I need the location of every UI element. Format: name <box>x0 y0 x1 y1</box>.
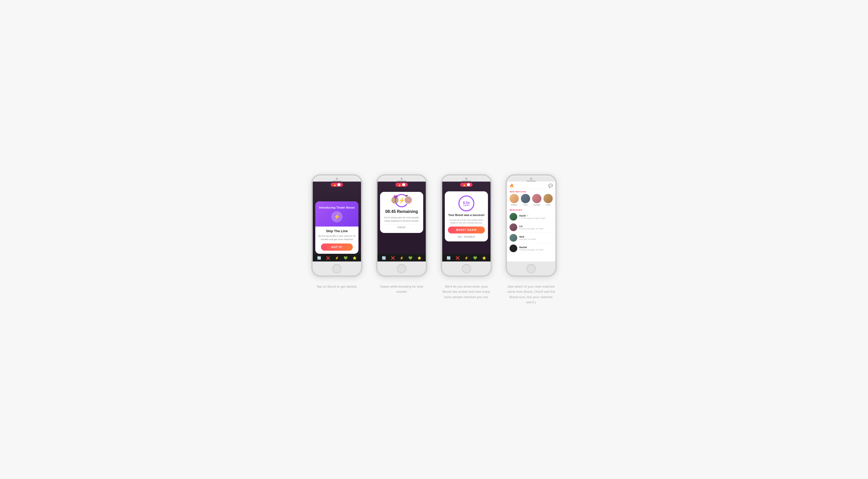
phone-4-speaker <box>527 181 536 182</box>
flame-icon-3: 🔥 <box>463 183 466 186</box>
new-matches-label: NEW MATCHES <box>507 189 555 194</box>
toggle-dot-1 <box>337 183 340 186</box>
phone-4-bottom <box>507 261 555 275</box>
skip-line-text: Skip The Line <box>326 229 348 233</box>
msg-job-nick: Designer at Tinder <box>519 238 553 241</box>
boost-success-title: Your Boost was a success! <box>448 214 485 217</box>
dislike-icon[interactable]: ❌ <box>326 256 330 260</box>
phone-1: 🔥 Introducing Tinder Boost ⚡ Skip The Li… <box>311 174 363 277</box>
msg-content-rachel: Rachel Product Manager at Tinder <box>519 246 553 251</box>
phone-section-3: 🔥 8.5x VIEWS Your Boost was a success! Y… <box>438 174 495 299</box>
boost-badge-david: ⚡ <box>526 215 529 217</box>
dislike-icon-3[interactable]: ❌ <box>456 256 460 260</box>
phone-1-top <box>313 176 361 182</box>
views-label: VIEWS <box>463 204 469 206</box>
phone-2-top <box>377 176 426 182</box>
match-kayleigh[interactable]: Kayleigh <box>532 194 541 206</box>
phone-2-camera <box>401 178 403 180</box>
boost-again-button[interactable]: BOOST AGAIN <box>448 226 485 233</box>
phone-3-caption: We'll let you know when your Boost has e… <box>441 284 492 299</box>
phone-4-top <box>507 176 555 182</box>
phones-row: 🔥 Introducing Tinder Boost ⚡ Skip The Li… <box>309 174 559 305</box>
phone-section-4: 🔥 💬 NEW MATCHES Brittany Erica K <box>503 174 559 305</box>
new-matches-row: Brittany Erica Kayleigh Claire <box>507 194 555 208</box>
phone-3-top <box>442 176 491 182</box>
message-rachel[interactable]: Rachel Product Manager at Tinder <box>507 243 555 254</box>
rewind-icon-3[interactable]: 🔄 <box>446 256 451 260</box>
like-icon[interactable]: 💚 <box>344 256 348 260</box>
messages-label: MESSAGES <box>507 208 555 212</box>
boost-time-remaining: 08:45 Remaining <box>385 209 418 214</box>
match-erica[interactable]: Erica <box>521 194 530 206</box>
tinder-toggle-1: 🔥 <box>331 183 343 187</box>
message-liz[interactable]: Liz Product Manager at Tinder <box>507 222 555 233</box>
okay-button[interactable]: OKAY <box>383 224 420 230</box>
phone-3-success-modal: 8.5x VIEWS Your Boost was a success! You… <box>445 191 488 241</box>
boost-icon-3[interactable]: ⚡ <box>464 256 468 260</box>
phone-3: 🔥 8.5x VIEWS Your Boost was a success! Y… <box>441 174 492 277</box>
dislike-icon-2[interactable]: ❌ <box>391 256 395 260</box>
boost-heart-icon: 💜 <box>394 195 398 199</box>
phone-1-home-button[interactable] <box>332 264 341 273</box>
msg-job-rachel: Product Manager at Tinder <box>519 249 553 251</box>
msg-name-david: David ⚡ <box>519 215 553 217</box>
views-circle: 8.5x VIEWS <box>458 195 474 212</box>
msg-content-nick: Nick Designer at Tinder <box>519 235 553 241</box>
no-thanks-button[interactable]: NO, THANKS <box>458 235 475 238</box>
match-claire[interactable]: Claire <box>544 194 553 206</box>
boost-modal-header: Introducing Tinder Boost ⚡ <box>315 201 359 226</box>
phone-1-action-bar: 🔄 ❌ ⚡ 💚 ⭐ <box>313 254 361 261</box>
toggle-dot-3 <box>467 183 470 186</box>
tinder-nav: 🔥 💬 <box>507 182 555 189</box>
phone-1-caption: Tap on Boost to get started. <box>317 284 358 289</box>
phone-2-boost-modal: ⚡ 💜 08:45 Remaining You're being seen by… <box>380 192 423 233</box>
phone-2-home-button[interactable] <box>397 264 406 273</box>
boost-icon-circle: ⚡ <box>331 211 343 222</box>
msg-name-liz: Liz <box>519 225 553 228</box>
phone-2-status-bar: 🔥 <box>377 182 426 188</box>
boost-avatars: ⚡ 💜 <box>395 196 408 207</box>
flame-icon-1: 🔥 <box>333 183 336 186</box>
like-icon-3[interactable]: 💚 <box>473 256 477 260</box>
phone-4: 🔥 💬 NEW MATCHES Brittany Erica K <box>505 174 557 277</box>
msg-name-nick: Nick <box>519 235 553 238</box>
phone-section-2: 🔥 ⚡ 💜 08:45 Remaining <box>373 174 430 294</box>
boost-icon-2[interactable]: ⚡ <box>400 256 404 260</box>
match-name-brittany: Brittany <box>511 204 517 206</box>
phone-2: 🔥 ⚡ 💜 08:45 Remaining <box>376 174 427 277</box>
phone-2-speaker <box>397 181 406 182</box>
superlike-icon[interactable]: ⭐ <box>352 256 356 260</box>
like-icon-2[interactable]: 💚 <box>408 256 412 260</box>
got-it-button[interactable]: GOT IT! <box>321 244 353 251</box>
tinder-nav-flame-icon[interactable]: 🔥 <box>509 184 514 188</box>
boost-icon[interactable]: ⚡ <box>335 256 339 260</box>
tinder-nav-chat-icon[interactable]: 💬 <box>548 184 553 188</box>
msg-avatar-nick <box>509 234 517 242</box>
phone-3-camera <box>465 178 467 180</box>
match-avatar-erica <box>521 194 530 203</box>
superlike-icon-3[interactable]: ⭐ <box>482 256 486 260</box>
phone-section-1: 🔥 Introducing Tinder Boost ⚡ Skip The Li… <box>309 174 365 289</box>
boost-modal-body: Skip The Line Be the top profile in your… <box>315 226 359 254</box>
tinder-toggle-3: 🔥 <box>460 183 472 187</box>
phone-3-status-bar: 🔥 <box>442 182 491 188</box>
phone-3-home-button[interactable] <box>462 264 471 273</box>
match-brittany[interactable]: Brittany <box>509 194 519 206</box>
phone-2-bottom <box>377 261 426 275</box>
msg-avatar-rachel <box>509 245 517 252</box>
lightning-icon: ⚡ <box>334 214 340 220</box>
phone-1-bottom <box>313 261 361 275</box>
rewind-icon[interactable]: 🔄 <box>317 256 321 260</box>
msg-content-david: David ⚡ ↩ I'll be flying to Italy tonigh… <box>519 215 553 219</box>
message-david[interactable]: David ⚡ ↩ I'll be flying to Italy tonigh… <box>507 212 555 222</box>
tinder-toggle-2: 🔥 <box>396 183 408 187</box>
phone-4-home-button[interactable] <box>527 264 536 273</box>
phone-1-boost-modal: Introducing Tinder Boost ⚡ Skip The Line… <box>315 201 359 254</box>
message-nick[interactable]: Nick Designer at Tinder <box>507 233 555 243</box>
rewind-icon-2[interactable]: 🔄 <box>382 256 386 260</box>
phone-4-camera <box>530 178 532 180</box>
phone-1-speaker <box>332 181 341 182</box>
msg-preview-david: ↩ I'll be flying to Italy tonight... <box>519 217 553 219</box>
views-number: 8.5x <box>463 201 470 204</box>
superlike-icon-2[interactable]: ⭐ <box>417 256 422 260</box>
